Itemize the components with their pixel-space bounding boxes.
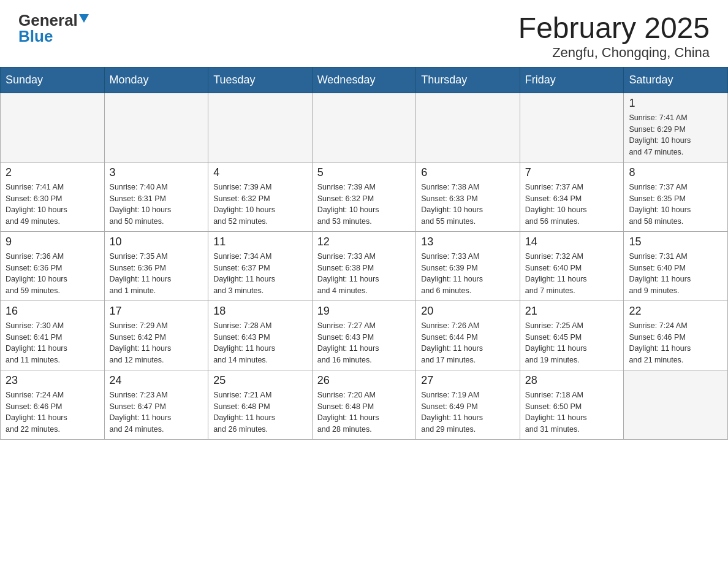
calendar-day: 25Sunrise: 7:21 AM Sunset: 6:48 PM Dayli… xyxy=(208,370,313,439)
week-row-4: 16Sunrise: 7:30 AM Sunset: 6:41 PM Dayli… xyxy=(1,301,728,370)
day-info: Sunrise: 7:19 AM Sunset: 6:49 PM Dayligh… xyxy=(421,389,515,435)
day-info: Sunrise: 7:24 AM Sunset: 6:46 PM Dayligh… xyxy=(629,320,722,366)
day-info: Sunrise: 7:34 AM Sunset: 6:37 PM Dayligh… xyxy=(213,251,307,297)
logo-general-text: General xyxy=(18,12,78,28)
calendar-day: 24Sunrise: 7:23 AM Sunset: 6:47 PM Dayli… xyxy=(104,370,208,439)
calendar-day: 10Sunrise: 7:35 AM Sunset: 6:36 PM Dayli… xyxy=(104,231,208,301)
day-info: Sunrise: 7:27 AM Sunset: 6:43 PM Dayligh… xyxy=(317,320,411,366)
col-monday: Monday xyxy=(104,67,208,93)
calendar-day xyxy=(208,93,313,162)
day-info: Sunrise: 7:37 AM Sunset: 6:34 PM Dayligh… xyxy=(525,182,619,228)
day-info: Sunrise: 7:39 AM Sunset: 6:32 PM Dayligh… xyxy=(213,182,307,228)
day-info: Sunrise: 7:18 AM Sunset: 6:50 PM Dayligh… xyxy=(525,389,619,435)
calendar-day: 22Sunrise: 7:24 AM Sunset: 6:46 PM Dayli… xyxy=(624,301,728,370)
location-title: Zengfu, Chongqing, China xyxy=(518,45,710,61)
calendar-day: 13Sunrise: 7:33 AM Sunset: 6:39 PM Dayli… xyxy=(416,231,520,301)
day-number: 21 xyxy=(525,305,619,318)
calendar-day xyxy=(1,93,105,162)
day-info: Sunrise: 7:21 AM Sunset: 6:48 PM Dayligh… xyxy=(213,389,307,435)
calendar-day: 27Sunrise: 7:19 AM Sunset: 6:49 PM Dayli… xyxy=(416,370,520,439)
day-number: 25 xyxy=(213,374,307,387)
calendar-day: 6Sunrise: 7:38 AM Sunset: 6:33 PM Daylig… xyxy=(416,162,520,231)
calendar-day: 8Sunrise: 7:37 AM Sunset: 6:35 PM Daylig… xyxy=(624,162,728,231)
title-block: February 2025 Zengfu, Chongqing, China xyxy=(518,12,710,61)
day-info: Sunrise: 7:31 AM Sunset: 6:40 PM Dayligh… xyxy=(629,251,722,297)
week-row-2: 2Sunrise: 7:41 AM Sunset: 6:30 PM Daylig… xyxy=(1,162,728,231)
day-info: Sunrise: 7:33 AM Sunset: 6:39 PM Dayligh… xyxy=(421,251,515,297)
day-number: 6 xyxy=(421,166,515,179)
calendar-day: 21Sunrise: 7:25 AM Sunset: 6:45 PM Dayli… xyxy=(520,301,624,370)
day-number: 19 xyxy=(317,305,411,318)
day-number: 1 xyxy=(629,97,722,110)
day-number: 17 xyxy=(110,305,203,318)
calendar-day: 16Sunrise: 7:30 AM Sunset: 6:41 PM Dayli… xyxy=(1,301,105,370)
calendar-day xyxy=(104,93,208,162)
day-number: 20 xyxy=(421,305,515,318)
day-number: 5 xyxy=(317,166,411,179)
day-info: Sunrise: 7:23 AM Sunset: 6:47 PM Dayligh… xyxy=(110,389,203,435)
day-number: 16 xyxy=(6,305,99,318)
calendar-day xyxy=(416,93,520,162)
day-info: Sunrise: 7:26 AM Sunset: 6:44 PM Dayligh… xyxy=(421,320,515,366)
logo: General Blue xyxy=(18,12,89,44)
calendar-day xyxy=(624,370,728,439)
day-number: 15 xyxy=(629,236,722,248)
day-info: Sunrise: 7:32 AM Sunset: 6:40 PM Dayligh… xyxy=(525,251,619,297)
calendar-day: 28Sunrise: 7:18 AM Sunset: 6:50 PM Dayli… xyxy=(520,370,624,439)
day-info: Sunrise: 7:40 AM Sunset: 6:31 PM Dayligh… xyxy=(110,182,203,228)
day-info: Sunrise: 7:24 AM Sunset: 6:46 PM Dayligh… xyxy=(6,389,99,435)
day-info: Sunrise: 7:30 AM Sunset: 6:41 PM Dayligh… xyxy=(6,320,99,366)
day-info: Sunrise: 7:33 AM Sunset: 6:38 PM Dayligh… xyxy=(317,251,411,297)
day-number: 23 xyxy=(6,374,99,387)
logo-blue-text: Blue xyxy=(18,28,53,44)
calendar-day: 3Sunrise: 7:40 AM Sunset: 6:31 PM Daylig… xyxy=(104,162,208,231)
page-header: General Blue February 2025 Zengfu, Chong… xyxy=(0,0,728,67)
day-info: Sunrise: 7:28 AM Sunset: 6:43 PM Dayligh… xyxy=(213,320,307,366)
calendar-table: Sunday Monday Tuesday Wednesday Thursday… xyxy=(0,67,728,440)
day-info: Sunrise: 7:41 AM Sunset: 6:29 PM Dayligh… xyxy=(629,112,722,158)
day-info: Sunrise: 7:20 AM Sunset: 6:48 PM Dayligh… xyxy=(317,389,411,435)
day-number: 13 xyxy=(421,236,515,248)
col-friday: Friday xyxy=(520,67,624,93)
day-number: 11 xyxy=(213,236,307,248)
day-number: 24 xyxy=(110,374,203,387)
day-number: 4 xyxy=(213,166,307,179)
col-wednesday: Wednesday xyxy=(312,67,416,93)
week-row-1: 1Sunrise: 7:41 AM Sunset: 6:29 PM Daylig… xyxy=(1,93,728,162)
day-number: 14 xyxy=(525,236,619,248)
day-number: 7 xyxy=(525,166,619,179)
day-number: 26 xyxy=(317,374,411,387)
day-info: Sunrise: 7:37 AM Sunset: 6:35 PM Dayligh… xyxy=(629,182,722,228)
calendar-day xyxy=(520,93,624,162)
day-number: 18 xyxy=(213,305,307,318)
day-number: 2 xyxy=(6,166,99,179)
day-info: Sunrise: 7:39 AM Sunset: 6:32 PM Dayligh… xyxy=(317,182,411,228)
month-title: February 2025 xyxy=(518,12,710,45)
day-info: Sunrise: 7:35 AM Sunset: 6:36 PM Dayligh… xyxy=(110,251,203,297)
day-number: 12 xyxy=(317,236,411,248)
col-thursday: Thursday xyxy=(416,67,520,93)
day-number: 27 xyxy=(421,374,515,387)
calendar-day: 5Sunrise: 7:39 AM Sunset: 6:32 PM Daylig… xyxy=(312,162,416,231)
calendar-day: 9Sunrise: 7:36 AM Sunset: 6:36 PM Daylig… xyxy=(1,231,105,301)
calendar-day: 20Sunrise: 7:26 AM Sunset: 6:44 PM Dayli… xyxy=(416,301,520,370)
week-row-3: 9Sunrise: 7:36 AM Sunset: 6:36 PM Daylig… xyxy=(1,231,728,301)
calendar-day: 18Sunrise: 7:28 AM Sunset: 6:43 PM Dayli… xyxy=(208,301,313,370)
day-info: Sunrise: 7:29 AM Sunset: 6:42 PM Dayligh… xyxy=(110,320,203,366)
day-info: Sunrise: 7:25 AM Sunset: 6:45 PM Dayligh… xyxy=(525,320,619,366)
day-number: 8 xyxy=(629,166,722,179)
week-row-5: 23Sunrise: 7:24 AM Sunset: 6:46 PM Dayli… xyxy=(1,370,728,439)
day-number: 9 xyxy=(6,236,99,248)
calendar-header-row: Sunday Monday Tuesday Wednesday Thursday… xyxy=(1,67,728,93)
calendar-day: 15Sunrise: 7:31 AM Sunset: 6:40 PM Dayli… xyxy=(624,231,728,301)
calendar-day: 4Sunrise: 7:39 AM Sunset: 6:32 PM Daylig… xyxy=(208,162,313,231)
col-saturday: Saturday xyxy=(624,67,728,93)
calendar-day: 26Sunrise: 7:20 AM Sunset: 6:48 PM Dayli… xyxy=(312,370,416,439)
calendar-day: 19Sunrise: 7:27 AM Sunset: 6:43 PM Dayli… xyxy=(312,301,416,370)
calendar-day: 2Sunrise: 7:41 AM Sunset: 6:30 PM Daylig… xyxy=(1,162,105,231)
calendar-day: 14Sunrise: 7:32 AM Sunset: 6:40 PM Dayli… xyxy=(520,231,624,301)
calendar-day: 12Sunrise: 7:33 AM Sunset: 6:38 PM Dayli… xyxy=(312,231,416,301)
logo-triangle-icon xyxy=(79,14,89,23)
day-number: 28 xyxy=(525,374,619,387)
day-info: Sunrise: 7:41 AM Sunset: 6:30 PM Dayligh… xyxy=(6,182,99,228)
